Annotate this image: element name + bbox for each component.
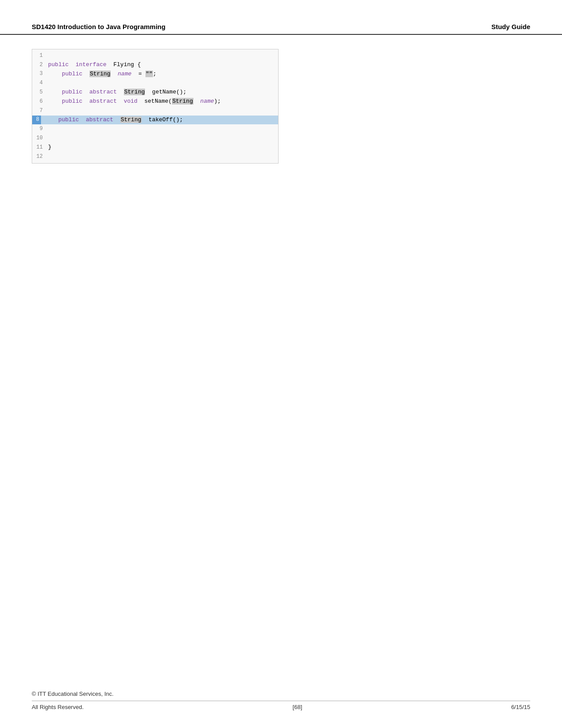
line-num-3: 3 [32, 70, 48, 78]
kw-interface-2: interface [75, 61, 106, 68]
hl-type-3: String [89, 71, 111, 77]
line-content-8: public abstract String takeOff(); [45, 116, 190, 125]
line-num-7: 7 [32, 107, 48, 115]
line-content-7 [48, 106, 59, 116]
hl-type-8: String [120, 116, 142, 123]
code-line-6: 6 public abstract void setName(String na… [32, 97, 278, 106]
line-content-12 [48, 152, 59, 161]
kw-abstract-8: abstract [86, 116, 113, 123]
code-line-11: 11 } [32, 143, 278, 152]
line-num-9: 9 [32, 125, 48, 133]
code-line-5: 5 public abstract String getName(); [32, 88, 278, 97]
footer-bottom: All Rights Reserved. [68] 6/15/15 [32, 701, 530, 710]
code-block: 1 2 public interface Flying { 3 public S… [32, 49, 279, 164]
hl-type-6: String [172, 98, 194, 105]
line-num-8: 8 [32, 116, 41, 124]
line-num-4: 4 [32, 79, 48, 87]
code-line-8: 8 public abstract String takeOff(); [32, 116, 278, 125]
line-content-11: } [48, 143, 59, 152]
line-content-10 [48, 134, 59, 143]
line-content-6: public abstract void setName(String name… [48, 97, 228, 106]
kw-void-6: void [124, 98, 138, 105]
line-content-4 [48, 78, 59, 88]
code-line-1: 1 [32, 51, 278, 60]
code-line-9: 9 [32, 124, 278, 134]
line-num-12: 12 [32, 153, 48, 161]
page-header: SD1420 Introduction to Java Programming … [0, 0, 562, 35]
code-line-4: 4 [32, 78, 278, 88]
hl-string-3: "" [145, 71, 153, 77]
content-area: 1 2 public interface Flying { 3 public S… [0, 35, 562, 164]
line-content-2: public interface Flying { [48, 60, 148, 70]
footer-date: 6/15/15 [511, 704, 530, 710]
line-num-11: 11 [32, 143, 48, 152]
line-content-3: public String name = ""; [48, 70, 164, 79]
footer-copyright: © ITT Educational Services, Inc. [32, 691, 530, 697]
line-num-1: 1 [32, 52, 48, 60]
kw-abstract-5: abstract [89, 89, 117, 95]
line-num-2: 2 [32, 61, 48, 69]
kw-public-3: public [62, 71, 82, 77]
line-content-5: public abstract String getName(); [48, 88, 194, 97]
footer-page: [68] [293, 704, 302, 710]
var-name-3: name [118, 71, 131, 77]
code-line-3: 3 public String name = ""; [32, 70, 278, 79]
code-line-12: 12 [32, 152, 278, 161]
line-content-9 [48, 124, 59, 134]
kw-public-5: public [62, 89, 82, 95]
code-line-7: 7 [32, 106, 278, 116]
kw-public-6: public [62, 98, 82, 105]
line-content-1 [48, 51, 59, 60]
page-footer: © ITT Educational Services, Inc. All Rig… [32, 691, 530, 710]
header-title: SD1420 Introduction to Java Programming [32, 23, 165, 30]
kw-public-2: public [48, 61, 69, 68]
hl-type-5: String [124, 89, 145, 95]
code-line-10: 10 [32, 134, 278, 143]
footer-rights: All Rights Reserved. [32, 704, 84, 710]
kw-public-8: public [58, 116, 79, 123]
code-line-2: 2 public interface Flying { [32, 60, 278, 70]
line-num-5: 5 [32, 88, 48, 97]
header-study-guide: Study Guide [491, 23, 530, 30]
var-param-6: name [200, 98, 214, 105]
kw-abstract-6: abstract [89, 98, 117, 105]
line-num-10: 10 [32, 134, 48, 142]
line-num-6: 6 [32, 97, 48, 106]
